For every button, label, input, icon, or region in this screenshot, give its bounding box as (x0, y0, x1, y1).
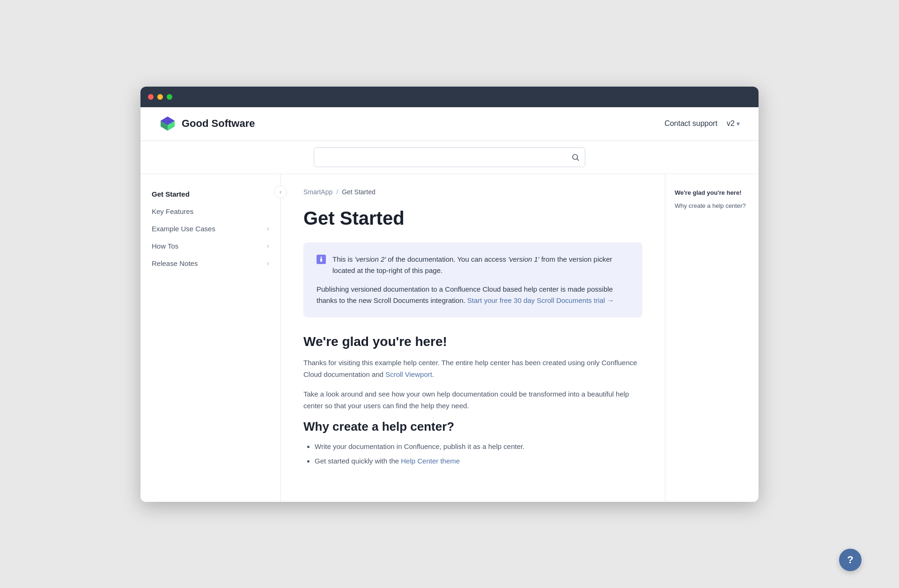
chevron-right-icon: › (267, 242, 269, 250)
info-icon (317, 255, 326, 264)
browser-window: Good Software Contact support v2 ▾ ‹ (140, 87, 759, 502)
sidebar-collapse-button[interactable]: ‹ (274, 185, 287, 198)
breadcrumb-separator: / (336, 188, 338, 196)
section1-text2: Take a look around and see how your own … (303, 388, 642, 412)
help-fab-button[interactable]: ? (839, 549, 862, 571)
app-title: Good Software (182, 118, 255, 130)
sidebar-item-example-use-cases[interactable]: Example Use Cases › (140, 220, 280, 237)
list-item: Get started quickly with the Help Center… (315, 455, 642, 467)
bullet-list: Write your documentation in Confluence, … (303, 441, 642, 467)
sidebar-nav: Get Started Key Features Example Use Cas… (140, 185, 280, 272)
contact-support-link[interactable]: Contact support (664, 119, 717, 128)
scroll-viewport-link[interactable]: Scroll Viewport (385, 370, 432, 378)
svg-point-7 (321, 257, 322, 258)
help-center-theme-link[interactable]: Help Center theme (401, 457, 460, 465)
main-layout: ‹ Get Started Key Features Example Use C… (140, 174, 759, 502)
logo-area: Good Software (159, 115, 255, 132)
section1-text1: Thanks for visiting this example help ce… (303, 357, 642, 381)
sidebar-item-label: Release Notes (152, 259, 198, 267)
toc-item-why[interactable]: Why create a help center? (675, 201, 749, 211)
chevron-right-icon: › (267, 259, 269, 267)
page-title: Get Started (303, 207, 642, 229)
toc-item-glad[interactable]: We're glad you're here! (675, 188, 749, 198)
search-bar-area (140, 141, 759, 174)
header-right: Contact support v2 ▾ (664, 119, 740, 128)
info-box: This is 'version 2' of the documentation… (303, 243, 642, 317)
sidebar-item-key-features[interactable]: Key Features (140, 203, 280, 220)
info-box-icon-svg (319, 257, 324, 262)
search-wrapper (314, 147, 585, 167)
maximize-dot[interactable] (167, 94, 172, 100)
svg-rect-6 (320, 258, 322, 262)
browser-titlebar (140, 87, 759, 107)
sidebar-item-how-tos[interactable]: How Tos › (140, 237, 280, 255)
list-item: Write your documentation in Confluence, … (315, 441, 642, 453)
close-dot[interactable] (148, 94, 154, 100)
info-box-header: This is 'version 2' of the documentation… (317, 254, 629, 276)
app-header: Good Software Contact support v2 ▾ (140, 107, 759, 141)
version-label: v2 (727, 119, 735, 128)
section2-heading: Why create a help center? (303, 419, 642, 434)
chevron-right-icon: › (267, 225, 269, 232)
chevron-down-icon: ▾ (737, 120, 740, 127)
section1-heading: We're glad you're here! (303, 334, 642, 349)
minimize-dot[interactable] (157, 94, 163, 100)
search-button[interactable] (571, 153, 580, 162)
search-input[interactable] (314, 147, 585, 167)
info-box-paragraph2: Publishing versioned documentation to a … (317, 284, 629, 306)
right-toc: We're glad you're here! Why create a hel… (665, 174, 759, 502)
sidebar-item-label: Example Use Cases (152, 225, 215, 233)
scroll-trial-link[interactable]: Start your free 30 day Scroll Documents … (467, 296, 614, 304)
version-picker[interactable]: v2 ▾ (727, 119, 740, 128)
app-logo-icon (159, 115, 176, 132)
sidebar-item-release-notes[interactable]: Release Notes › (140, 255, 280, 272)
svg-line-5 (577, 159, 578, 160)
search-icon (571, 153, 580, 162)
sidebar: ‹ Get Started Key Features Example Use C… (140, 174, 281, 502)
sidebar-item-label: Get Started (152, 190, 190, 198)
sidebar-item-get-started[interactable]: Get Started (140, 185, 280, 203)
info-box-paragraph1: This is 'version 2' of the documentation… (332, 254, 629, 276)
breadcrumb-current: Get Started (342, 188, 376, 196)
breadcrumb-parent[interactable]: SmartApp (303, 188, 332, 196)
sidebar-item-label: Key Features (152, 207, 193, 215)
breadcrumb: SmartApp / Get Started (303, 188, 642, 196)
content-area: SmartApp / Get Started Get Started Thi (281, 174, 665, 502)
sidebar-item-label: How Tos (152, 242, 178, 250)
